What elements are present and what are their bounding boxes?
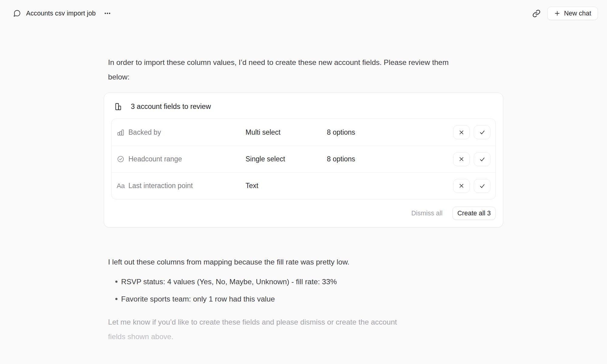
new-chat-label: New chat <box>564 10 591 17</box>
fields-table: Backed by Multi select 8 options <box>111 119 496 199</box>
new-chat-button[interactable]: New chat <box>547 7 598 20</box>
account-fields-review-card: 3 account fields to review Backed by Mul… <box>104 93 503 228</box>
company-building-icon <box>114 103 122 111</box>
top-bar: Accounts csv import job New chat <box>0 0 607 27</box>
chat-main-column: In order to import these column values, … <box>104 55 503 344</box>
row-actions <box>453 152 490 166</box>
text-icon: Aa <box>117 182 125 190</box>
field-type: Multi select <box>246 128 327 136</box>
topbar-actions: New chat <box>532 7 598 20</box>
review-card-header: 3 account fields to review <box>111 100 496 111</box>
assistant-pending-text: Let me know if you’d like to create thes… <box>108 315 499 344</box>
reject-field-button[interactable] <box>453 179 470 193</box>
accept-field-button[interactable] <box>474 152 490 166</box>
field-name-cell: Backed by <box>117 128 246 136</box>
dismiss-all-button[interactable]: Dismiss all <box>411 210 443 217</box>
excluded-columns-list: RSVP status: 4 values (Yes, No, Maybe, U… <box>108 273 499 308</box>
field-name-cell: Aa Last interaction point <box>117 182 246 190</box>
row-actions <box>453 125 490 139</box>
pending-text-line: Let me know if you’d like to create thes… <box>108 315 499 329</box>
field-name: Headcount range <box>128 155 182 163</box>
chat-options-menu-icon[interactable] <box>103 9 111 17</box>
field-row-backed-by: Backed by Multi select 8 options <box>112 119 495 146</box>
row-actions <box>453 179 490 193</box>
assistant-intro-text: In order to import these column values, … <box>104 55 465 84</box>
reject-field-button[interactable] <box>453 125 470 139</box>
field-row-last-interaction-point: Aa Last interaction point Text <box>112 172 495 199</box>
review-card-footer: Dismiss all Create all 3 <box>111 207 496 220</box>
field-row-headcount-range: Headcount range Single select 8 options <box>112 146 495 172</box>
field-name-cell: Headcount range <box>117 155 246 163</box>
field-type: Single select <box>246 155 327 163</box>
list-item: Favorite sports team: only 1 row had thi… <box>108 290 499 308</box>
bar-chart-icon <box>117 129 125 136</box>
field-name: Backed by <box>128 128 161 136</box>
reject-field-button[interactable] <box>453 152 470 166</box>
pending-text-line: fields shown above. <box>108 329 499 344</box>
field-options-count: 8 options <box>327 128 453 136</box>
chat-title: Accounts csv import job <box>26 10 96 17</box>
field-name: Last interaction point <box>128 182 193 190</box>
review-card-title: 3 account fields to review <box>131 103 211 111</box>
accept-field-button[interactable] <box>474 125 490 139</box>
copy-link-icon[interactable] <box>532 9 541 18</box>
chat-header-group: Accounts csv import job <box>13 9 111 17</box>
plus-icon <box>554 10 561 17</box>
chat-bubble-icon <box>13 9 21 17</box>
create-all-button[interactable]: Create all 3 <box>453 207 496 220</box>
field-type: Text <box>246 182 327 190</box>
check-circle-icon <box>117 155 125 163</box>
accept-field-button[interactable] <box>474 179 490 193</box>
field-options-count: 8 options <box>327 155 453 163</box>
followup-intro-text: I left out these columns from mapping be… <box>108 255 499 269</box>
assistant-followup-message: I left out these columns from mapping be… <box>104 255 503 344</box>
list-item: RSVP status: 4 values (Yes, No, Maybe, U… <box>108 273 499 290</box>
